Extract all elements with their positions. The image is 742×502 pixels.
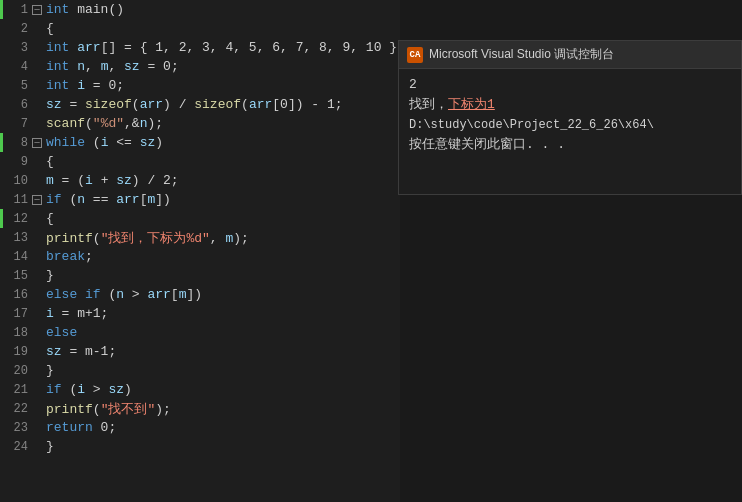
code-line-21[interactable]: if (i > sz) <box>46 380 400 399</box>
code-line-5[interactable]: int i = 0; <box>46 76 400 95</box>
code-line-11[interactable]: if (n == arr[m]) <box>46 190 400 209</box>
code-line-2[interactable]: { <box>46 19 400 38</box>
console-window: CA Microsoft Visual Studio 调试控制台 2 找到，下标… <box>398 40 742 195</box>
collapse-indicator-8[interactable]: − <box>28 133 46 152</box>
code-line-1[interactable]: int main() <box>46 0 400 19</box>
collapse-indicator-11[interactable]: − <box>28 190 46 209</box>
code-line-19[interactable]: sz = m-1; <box>46 342 400 361</box>
code-editor: 1−int main()2{3 int arr[] = { 1, 2, 3, 4… <box>0 0 400 502</box>
line-number-13: 13 <box>0 228 28 247</box>
line-number-7: 7 <box>0 114 28 133</box>
collapse-indicator-7 <box>28 114 46 133</box>
code-line-8[interactable]: while (i <= sz) <box>46 133 400 152</box>
console-title: Microsoft Visual Studio 调试控制台 <box>429 46 614 63</box>
green-bar-2 <box>0 133 3 152</box>
green-bar-3 <box>0 209 3 228</box>
collapse-indicator-15 <box>28 266 46 285</box>
collapse-indicator-23 <box>28 418 46 437</box>
line-number-9: 9 <box>0 152 28 171</box>
line-number-15: 15 <box>0 266 28 285</box>
vs-icon: CA <box>407 47 423 63</box>
code-table: 1−int main()2{3 int arr[] = { 1, 2, 3, 4… <box>0 0 400 456</box>
collapse-indicator-1[interactable]: − <box>28 0 46 19</box>
collapse-indicator-12 <box>28 209 46 228</box>
code-line-18[interactable]: else <box>46 323 400 342</box>
line-number-10: 10 <box>0 171 28 190</box>
code-line-15[interactable]: } <box>46 266 400 285</box>
console-content: 2 找到，下标为1 D:\study\code\Project_22_6_26\… <box>399 69 741 194</box>
console-line-3: D:\study\code\Project_22_6_26\x64\ <box>409 115 731 135</box>
code-line-10[interactable]: m = (i + sz) / 2; <box>46 171 400 190</box>
line-number-23: 23 <box>0 418 28 437</box>
collapse-indicator-4 <box>28 57 46 76</box>
console-line-2: 找到，下标为1 <box>409 95 731 115</box>
line-number-22: 22 <box>0 399 28 418</box>
line-number-11: 11 <box>0 190 28 209</box>
right-bottom-area <box>400 195 742 502</box>
code-line-4[interactable]: int n, m, sz = 0; <box>46 57 400 76</box>
console-titlebar: CA Microsoft Visual Studio 调试控制台 <box>399 41 741 69</box>
line-number-2: 2 <box>0 19 28 38</box>
code-line-7[interactable]: scanf("%d",&n); <box>46 114 400 133</box>
code-line-3[interactable]: int arr[] = { 1, 2, 3, 4, 5, 6, 7, 8, 9,… <box>46 38 400 57</box>
line-number-1: 1 <box>0 0 28 19</box>
line-number-6: 6 <box>0 95 28 114</box>
collapse-indicator-21 <box>28 380 46 399</box>
line-number-14: 14 <box>0 247 28 266</box>
collapse-indicator-16 <box>28 285 46 304</box>
console-line-1: 2 <box>409 75 731 95</box>
code-line-16[interactable]: else if (n > arr[m]) <box>46 285 400 304</box>
code-line-12[interactable]: { <box>46 209 400 228</box>
collapse-indicator-17 <box>28 304 46 323</box>
right-top-area <box>400 0 742 40</box>
code-line-23[interactable]: return 0; <box>46 418 400 437</box>
collapse-indicator-2 <box>28 19 46 38</box>
green-bar-1 <box>0 0 3 19</box>
collapse-indicator-13 <box>28 228 46 247</box>
line-number-21: 21 <box>0 380 28 399</box>
line-number-19: 19 <box>0 342 28 361</box>
line-number-12: 12 <box>0 209 28 228</box>
line-number-18: 18 <box>0 323 28 342</box>
collapse-indicator-6 <box>28 95 46 114</box>
line-number-3: 3 <box>0 38 28 57</box>
line-number-24: 24 <box>0 437 28 456</box>
collapse-indicator-20 <box>28 361 46 380</box>
code-line-22[interactable]: printf("找不到"); <box>46 399 400 418</box>
code-line-24[interactable]: } <box>46 437 400 456</box>
collapse-indicator-19 <box>28 342 46 361</box>
collapse-indicator-22 <box>28 399 46 418</box>
collapse-indicator-14 <box>28 247 46 266</box>
collapse-indicator-18 <box>28 323 46 342</box>
console-line-4: 按任意键关闭此窗口. . . <box>409 135 731 155</box>
line-number-17: 17 <box>0 304 28 323</box>
collapse-indicator-9 <box>28 152 46 171</box>
code-line-9[interactable]: { <box>46 152 400 171</box>
line-number-20: 20 <box>0 361 28 380</box>
code-line-14[interactable]: break; <box>46 247 400 266</box>
line-number-5: 5 <box>0 76 28 95</box>
line-number-4: 4 <box>0 57 28 76</box>
line-number-8: 8 <box>0 133 28 152</box>
collapse-indicator-3 <box>28 38 46 57</box>
code-line-20[interactable]: } <box>46 361 400 380</box>
line-number-16: 16 <box>0 285 28 304</box>
code-line-6[interactable]: sz = sizeof(arr) / sizeof(arr[0]) - 1; <box>46 95 400 114</box>
collapse-indicator-5 <box>28 76 46 95</box>
collapse-indicator-10 <box>28 171 46 190</box>
code-line-17[interactable]: i = m+1; <box>46 304 400 323</box>
collapse-indicator-24 <box>28 437 46 456</box>
code-line-13[interactable]: printf("找到，下标为%d", m); <box>46 228 400 247</box>
